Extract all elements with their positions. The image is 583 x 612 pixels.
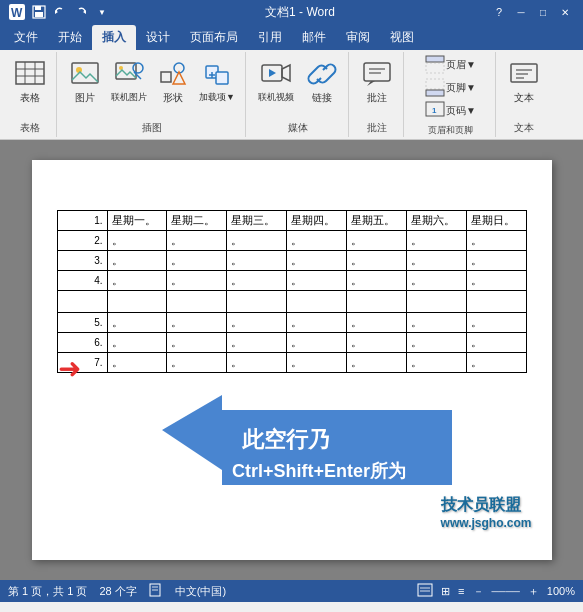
zoom-slider[interactable]: ──── xyxy=(492,586,520,597)
svg-marker-26 xyxy=(282,65,290,81)
tab-review[interactable]: 审阅 xyxy=(336,25,380,50)
tab-design[interactable]: 设计 xyxy=(136,25,180,50)
header-mon: 星期一。 xyxy=(107,211,167,231)
status-lang: 中文(中国) xyxy=(175,584,226,599)
ribbon-group-header-footer: 页眉▼ 页脚▼ 1 页码▼ 页眉和页脚 xyxy=(406,52,496,137)
restore-btn[interactable]: □ xyxy=(533,2,553,22)
picture-icon xyxy=(69,58,101,90)
online-picture-icon xyxy=(113,58,145,90)
redo-quick-btn[interactable] xyxy=(72,3,90,21)
ribbon-group-comment: 批注 批注 xyxy=(351,52,404,137)
table-row: 2. 。。。。。。。 xyxy=(57,231,526,251)
online-picture-btn[interactable]: 联机图片 xyxy=(107,56,151,105)
zoom-plus-btn[interactable]: ＋ xyxy=(528,584,539,599)
svg-rect-32 xyxy=(426,56,444,62)
table-btn[interactable]: 表格 xyxy=(10,56,50,106)
group-label-comment: 批注 xyxy=(367,119,387,135)
tab-view[interactable]: 视图 xyxy=(380,25,424,50)
header-tue: 星期二。 xyxy=(167,211,227,231)
svg-marker-27 xyxy=(269,69,276,77)
watermark: 技术员联盟 www.jsgho.com xyxy=(441,495,532,530)
word-table: 1. 星期一。 星期二。 星期三。 星期四。 星期五。 星期六。 星期日。 2.… xyxy=(57,210,527,373)
table-row: 4. 。。。。。。。 xyxy=(57,271,526,291)
header-fri: 星期五。 xyxy=(346,211,406,231)
view-web-icon[interactable]: ⊞ xyxy=(441,585,450,598)
group-label-media: 媒体 xyxy=(288,119,308,135)
zoom-minus-btn[interactable]: － xyxy=(473,584,484,599)
addins-icon xyxy=(201,58,233,90)
watermark-url: www.jsgho.com xyxy=(441,516,532,530)
svg-rect-28 xyxy=(364,63,390,81)
footer-btn-label: 页脚▼ xyxy=(446,81,476,95)
tab-layout[interactable]: 页面布局 xyxy=(180,25,248,50)
tab-home[interactable]: 开始 xyxy=(48,25,92,50)
view-print-icon[interactable] xyxy=(417,583,433,599)
svg-point-16 xyxy=(133,63,143,73)
group-label-text: 文本 xyxy=(514,119,534,135)
header-icon xyxy=(425,55,445,75)
svg-rect-3 xyxy=(35,6,41,10)
group-label-table: 表格 xyxy=(20,119,40,135)
svg-text:W: W xyxy=(11,6,23,20)
shapes-btn-label: 形状 xyxy=(163,92,183,104)
comment-btn[interactable]: 批注 xyxy=(357,56,397,106)
watermark-title: 技术员联盟 xyxy=(441,495,532,516)
footer-icon xyxy=(425,78,445,98)
video-btn[interactable]: 联机视频 xyxy=(254,56,298,105)
video-btn-label: 联机视频 xyxy=(258,92,294,103)
document-page: 1. 星期一。 星期二。 星期三。 星期四。 星期五。 星期六。 星期日。 2.… xyxy=(32,160,552,560)
header-num: 1. xyxy=(57,211,107,231)
view-read-icon[interactable]: ≡ xyxy=(458,585,464,597)
customize-quick-btn[interactable]: ▼ xyxy=(93,3,111,21)
link-icon xyxy=(306,58,338,90)
svg-rect-35 xyxy=(426,90,444,96)
group-label-illustrations: 插图 xyxy=(142,119,162,135)
zoom-level: 100% xyxy=(547,585,575,597)
header-sat: 星期六。 xyxy=(406,211,466,231)
textbox-btn[interactable]: 文本 xyxy=(504,56,544,106)
title-bar-left: W ▼ xyxy=(8,3,111,21)
title-bar-title: 文档1 - Word xyxy=(111,4,489,21)
svg-marker-20 xyxy=(173,72,185,84)
svg-rect-7 xyxy=(16,62,44,84)
footer-btn[interactable]: 页脚▼ xyxy=(422,77,479,99)
tab-references[interactable]: 引用 xyxy=(248,25,292,50)
ribbon-tab-bar: 文件 开始 插入 设计 页面布局 引用 邮件 审阅 视图 xyxy=(0,24,583,50)
svg-rect-48 xyxy=(418,584,432,596)
help-btn[interactable]: ? xyxy=(489,2,509,22)
close-btn[interactable]: ✕ xyxy=(555,2,575,22)
table-row: 6. 。。。。。。。 xyxy=(57,333,526,353)
header-btn[interactable]: 页眉▼ xyxy=(422,54,479,76)
left-arrow-indicator: ➜ xyxy=(58,355,81,383)
svg-rect-33 xyxy=(426,63,444,73)
shapes-btn[interactable]: 形状 xyxy=(153,56,193,106)
pagenum-btn-label: 页码▼ xyxy=(446,104,476,118)
save-quick-btn[interactable] xyxy=(30,3,48,21)
pagenum-icon: 1 xyxy=(425,101,445,121)
picture-btn[interactable]: 图片 xyxy=(65,56,105,106)
link-btn[interactable]: 链接 xyxy=(302,56,342,106)
svg-rect-18 xyxy=(161,72,171,82)
addins-btn[interactable]: 加载项▼ xyxy=(195,56,239,105)
callout-shape: 此空行乃 Ctrl+Shift+Enter所为 xyxy=(162,355,452,510)
header-btn-label: 页眉▼ xyxy=(446,58,476,72)
status-bar: 第 1 页，共 1 页 28 个字 中文(中国) ⊞ ≡ － ──── ＋ 10… xyxy=(0,580,583,602)
status-page: 第 1 页，共 1 页 xyxy=(8,584,87,599)
tab-mailings[interactable]: 邮件 xyxy=(292,25,336,50)
ribbon-group-table: 表格 表格 xyxy=(4,52,57,137)
picture-btn-label: 图片 xyxy=(75,92,95,104)
quick-access-toolbar: ▼ xyxy=(30,3,111,21)
shapes-icon xyxy=(157,58,189,90)
svg-text:1: 1 xyxy=(432,106,437,115)
undo-quick-btn[interactable] xyxy=(51,3,69,21)
table-icon xyxy=(14,58,46,90)
svg-rect-38 xyxy=(511,64,537,82)
tab-insert[interactable]: 插入 xyxy=(92,25,136,50)
svg-rect-12 xyxy=(72,63,98,83)
title-bar: W ▼ 文档1 - Word ? ─ □ ✕ xyxy=(0,0,583,24)
tab-file[interactable]: 文件 xyxy=(4,25,48,50)
svg-text:此空行乃: 此空行乃 xyxy=(241,427,330,452)
minimize-btn[interactable]: ─ xyxy=(511,2,531,22)
pagenum-btn[interactable]: 1 页码▼ xyxy=(422,100,479,122)
comment-icon xyxy=(361,58,393,90)
